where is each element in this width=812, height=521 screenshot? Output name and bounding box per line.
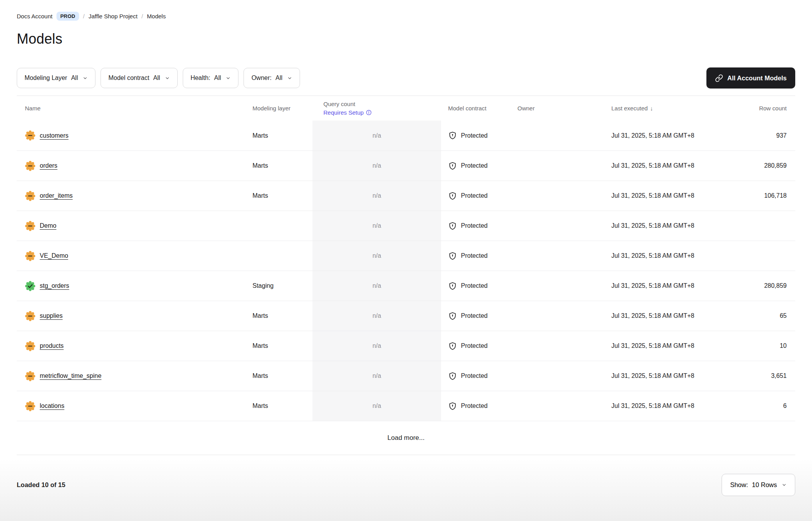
model-contract-value: Protected	[461, 252, 487, 259]
table-row: Demo n/a Protected Jul 31, 2025, 5:18 AM…	[17, 211, 795, 241]
last-executed-value: Jul 31, 2025, 5:18 AM GMT+8	[604, 342, 725, 349]
last-executed-value: Jul 31, 2025, 5:18 AM GMT+8	[604, 282, 725, 289]
chevron-down-icon	[83, 76, 88, 81]
filter-label: Model contract	[108, 74, 149, 82]
link-icon	[715, 74, 723, 82]
query-count-value: n/a	[312, 181, 441, 211]
header-query-count: Query count Requires Setup	[312, 100, 441, 117]
warning-badge-icon	[25, 191, 35, 201]
model-contract-value: Protected	[461, 402, 487, 409]
row-count-value: 937	[725, 132, 795, 139]
show-value: 10 Rows	[752, 481, 777, 489]
show-rows-dropdown[interactable]: Show: 10 Rows	[722, 474, 795, 496]
last-executed-value: Jul 31, 2025, 5:18 AM GMT+8	[604, 222, 725, 229]
models-page: Docs Account PROD / Jaffle Shop Project …	[0, 0, 812, 521]
breadcrumb: Docs Account PROD / Jaffle Shop Project …	[17, 12, 795, 21]
verified-check-badge-icon	[25, 281, 35, 291]
filter-bar: Modeling Layer All Model contract All He…	[17, 67, 795, 89]
chevron-down-icon	[165, 76, 170, 81]
table-row: supplies Marts n/a Protected Jul 31, 202…	[17, 301, 795, 331]
header-modeling-layer[interactable]: Modeling layer	[252, 105, 312, 112]
filter-value: All	[214, 74, 221, 82]
row-count-value: 65	[725, 312, 795, 319]
last-executed-value: Jul 31, 2025, 5:18 AM GMT+8	[604, 162, 725, 169]
header-name[interactable]: Name	[17, 105, 252, 112]
row-count-value: 280,859	[725, 162, 795, 169]
table-row: order_items Marts n/a Protected Jul 31, …	[17, 181, 795, 211]
row-count-value: 10	[725, 342, 795, 349]
query-count-label: Query count	[323, 100, 441, 108]
filter-modeling-layer[interactable]: Modeling Layer All	[17, 68, 95, 88]
row-count-value: 3,651	[725, 372, 795, 379]
load-more-row: Load more...	[17, 421, 795, 455]
header-owner[interactable]: Owner	[510, 105, 604, 112]
info-circle-icon[interactable]	[366, 110, 372, 115]
warning-badge-icon	[25, 311, 35, 321]
filter-label: Modeling Layer	[25, 74, 67, 82]
sort-descending-icon[interactable]: ↓	[650, 105, 653, 112]
all-account-models-button[interactable]: All Account Models	[706, 67, 795, 89]
shield-lock-icon	[448, 222, 457, 230]
table-body: customers Marts n/a Protected Jul 31, 20…	[17, 121, 795, 421]
model-contract-value: Protected	[461, 222, 487, 229]
query-count-value: n/a	[312, 331, 441, 361]
header-model-contract[interactable]: Model contract	[441, 105, 510, 112]
warning-badge-icon	[25, 161, 35, 171]
loaded-status: Loaded 10 of 15	[17, 481, 65, 489]
table-row: metricflow_time_spine Marts n/a Protecte…	[17, 361, 795, 391]
table-header-row: Name Modeling layer Query count Requires…	[17, 96, 795, 121]
model-name-link[interactable]: stg_orders	[40, 282, 69, 289]
header-last-executed[interactable]: Last executed↓	[604, 105, 725, 112]
table-row: products Marts n/a Protected Jul 31, 202…	[17, 331, 795, 361]
modeling-layer-value: Marts	[252, 372, 312, 379]
row-count-value: 106,718	[725, 192, 795, 199]
query-count-value: n/a	[312, 151, 441, 181]
model-contract-value: Protected	[461, 162, 487, 169]
filter-label: Owner:	[251, 74, 272, 82]
filter-health[interactable]: Health: All	[183, 68, 238, 88]
model-name-link[interactable]: metricflow_time_spine	[40, 372, 101, 379]
chevron-down-icon	[287, 76, 292, 81]
model-name-link[interactable]: products	[40, 342, 64, 349]
model-name-link[interactable]: order_items	[40, 192, 72, 199]
model-contract-value: Protected	[461, 282, 487, 289]
modeling-layer-value: Staging	[252, 282, 312, 289]
last-executed-value: Jul 31, 2025, 5:18 AM GMT+8	[604, 192, 725, 199]
row-count-value: 6	[725, 402, 795, 409]
warning-badge-icon	[25, 251, 35, 261]
model-contract-value: Protected	[461, 312, 487, 319]
header-row-count[interactable]: Row count	[725, 105, 795, 112]
query-count-value: n/a	[312, 211, 441, 241]
filter-value: All	[275, 74, 282, 82]
model-name-link[interactable]: customers	[40, 132, 69, 139]
table-row: orders Marts n/a Protected Jul 31, 2025,…	[17, 151, 795, 181]
filter-owner[interactable]: Owner: All	[244, 68, 300, 88]
warning-badge-icon	[25, 341, 35, 351]
table-row: customers Marts n/a Protected Jul 31, 20…	[17, 121, 795, 151]
shield-lock-icon	[448, 252, 457, 260]
model-name-link[interactable]: orders	[40, 162, 57, 169]
load-more-button[interactable]: Load more...	[387, 434, 424, 442]
model-name-link[interactable]: supplies	[40, 312, 63, 319]
requires-setup-link[interactable]: Requires Setup	[323, 108, 372, 117]
model-name-link[interactable]: VE_Demo	[40, 252, 68, 259]
shield-lock-icon	[448, 312, 457, 321]
modeling-layer-value: Marts	[252, 402, 312, 409]
modeling-layer-value: Marts	[252, 342, 312, 349]
model-name-link[interactable]: locations	[40, 402, 64, 409]
row-count-value: 280,859	[725, 282, 795, 289]
model-name-link[interactable]: Demo	[40, 222, 56, 229]
shield-lock-icon	[448, 342, 457, 351]
breadcrumb-project[interactable]: Jaffle Shop Project	[88, 13, 138, 19]
shield-lock-icon	[448, 131, 457, 140]
last-executed-value: Jul 31, 2025, 5:18 AM GMT+8	[604, 402, 725, 409]
last-executed-label: Last executed	[611, 105, 648, 112]
query-count-value: n/a	[312, 241, 441, 271]
breadcrumb-account[interactable]: Docs Account	[17, 13, 53, 19]
filter-model-contract[interactable]: Model contract All	[101, 68, 178, 88]
chevron-down-icon	[782, 482, 787, 487]
modeling-layer-value: Marts	[252, 162, 312, 169]
page-title: Models	[17, 31, 795, 47]
warning-badge-icon	[25, 130, 35, 141]
model-contract-value: Protected	[461, 132, 487, 139]
